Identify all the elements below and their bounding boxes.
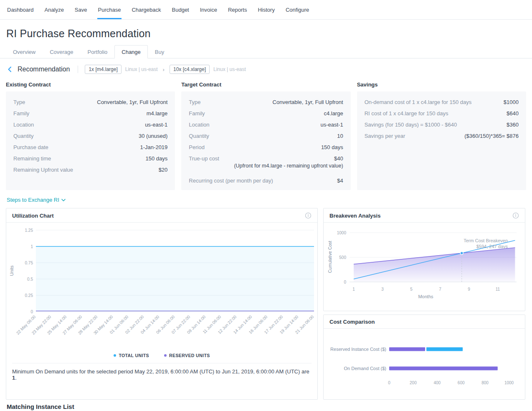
panel-row: Locationus-east-1 bbox=[189, 119, 343, 130]
vertical-divider bbox=[78, 66, 78, 73]
svg-text:5: 5 bbox=[410, 287, 413, 292]
steps-to-exchange-link[interactable]: Steps to Exchange RI bbox=[7, 197, 66, 203]
row-value: c4.large bbox=[324, 110, 343, 117]
panel-row: True-up cost$40 bbox=[189, 153, 343, 164]
top-nav: DashboardAnalyzeSavePurchaseChargebackBu… bbox=[0, 0, 532, 20]
nav-item-analyze[interactable]: Analyze bbox=[39, 0, 69, 19]
svg-text:0.5: 0.5 bbox=[27, 277, 33, 282]
svg-text:200: 200 bbox=[410, 381, 417, 385]
back-button[interactable] bbox=[7, 66, 13, 73]
row-value: $4 bbox=[337, 178, 343, 184]
svg-text:800: 800 bbox=[481, 381, 489, 385]
panel-row: Savings per year($360/150)*365= $876 bbox=[365, 130, 519, 142]
page-header: RI Purchase Recommendation bbox=[0, 20, 532, 40]
breakeven-chart-body: 05001000Term Cost Breakeven$594, 247 day… bbox=[324, 223, 525, 309]
utilization-chart-header: Utilization Chart bbox=[6, 208, 317, 223]
panel-row: Quantity30 (unused) bbox=[13, 130, 167, 142]
nav-item-reports[interactable]: Reports bbox=[223, 0, 253, 19]
row-value: $20 bbox=[159, 167, 168, 173]
arrow-right-icon: › bbox=[163, 66, 165, 73]
breakeven-chart-title: Breakeven Analysis bbox=[329, 213, 380, 219]
svg-text:1000: 1000 bbox=[504, 381, 514, 385]
nav-item-save[interactable]: Save bbox=[69, 0, 93, 19]
svg-text:3: 3 bbox=[381, 287, 384, 292]
row-label: RI cost of 1 x c4.large for 150 days bbox=[365, 110, 448, 117]
nav-item-budget[interactable]: Budget bbox=[167, 0, 195, 19]
nav-item-configure[interactable]: Configure bbox=[280, 0, 314, 19]
nav-item-dashboard[interactable]: Dashboard bbox=[2, 0, 39, 19]
cost-bar-labels: Reserved Instance Cost ($)On Demand Cost… bbox=[330, 347, 386, 371]
svg-text:600: 600 bbox=[458, 381, 465, 385]
cost-bar-segment bbox=[389, 367, 498, 370]
row-value: 150 days bbox=[321, 144, 343, 150]
panel-title: Existing Contract bbox=[6, 81, 175, 88]
row-label: Quantity bbox=[189, 133, 209, 139]
row-label: Location bbox=[13, 122, 34, 128]
row-label: Savings per year bbox=[365, 133, 405, 139]
utilization-y-axis-title: Units bbox=[9, 265, 14, 276]
row-value: 10 bbox=[337, 133, 343, 139]
panel-savings: SavingsOn-demand cost of 1 x c4.large fo… bbox=[357, 81, 526, 190]
tab-coverage[interactable]: Coverage bbox=[43, 45, 80, 58]
row-label: Purchase date bbox=[13, 144, 48, 150]
row-label: Remaining Upfront value bbox=[13, 167, 73, 173]
panel-target-contract: Target ContractTypeConvertable, 1yr, Ful… bbox=[181, 81, 350, 190]
source-instance-badge: 1x [m4.large] bbox=[85, 65, 121, 74]
row-label: Remaining time bbox=[13, 155, 51, 162]
row-note: (Upfront for m4.large - remaining upfron… bbox=[189, 163, 343, 171]
row-value: 150 days bbox=[146, 155, 168, 162]
nav-item-purchase[interactable]: Purchase bbox=[93, 0, 127, 19]
legend-dot bbox=[114, 354, 116, 357]
legend-label: TOTAL UNITS bbox=[119, 353, 149, 358]
row-value: $1000 bbox=[504, 99, 519, 105]
utilization-chart-title: Utilization Chart bbox=[12, 213, 54, 219]
legend-item-total-units: TOTAL UNITS bbox=[114, 353, 149, 358]
svg-text:1.25: 1.25 bbox=[25, 228, 33, 233]
nav-item-invoice[interactable]: Invoice bbox=[195, 0, 223, 19]
chevron-left-icon bbox=[8, 66, 12, 72]
utilization-chart-card: Utilization Chart 00.250.50.7511.2522 Ma… bbox=[6, 208, 318, 400]
panel-row: TypeConvertable, 1yr, Full Upfront bbox=[13, 96, 167, 108]
row-value: m4.large bbox=[147, 110, 168, 117]
cost-comparison-title: Cost Comparison bbox=[329, 319, 375, 325]
panel-existing-contract: Existing ContractTypeConvertable, 1yr, F… bbox=[6, 81, 175, 190]
svg-text:0.25: 0.25 bbox=[25, 293, 33, 298]
tab-change[interactable]: Change bbox=[114, 45, 148, 58]
right-chart-column: Breakeven Analysis 05001000Term Cost Bre… bbox=[323, 208, 525, 400]
svg-text:Reserved Instance Cost ($): Reserved Instance Cost ($) bbox=[330, 347, 386, 352]
breakeven-chart-header: Breakeven Analysis bbox=[324, 208, 525, 223]
nav-item-history[interactable]: History bbox=[252, 0, 280, 19]
tab-buy[interactable]: Buy bbox=[148, 45, 171, 58]
row-value: Convertable, 1yr, Full Upfront bbox=[273, 99, 343, 105]
cost-bar-segment bbox=[426, 348, 463, 351]
svg-text:1000: 1000 bbox=[337, 231, 347, 235]
svg-text:1: 1 bbox=[30, 244, 33, 249]
panel-row: TypeConvertable, 1yr, Full Upfront bbox=[189, 96, 343, 108]
chevron-down-icon bbox=[61, 199, 66, 201]
note-period: . bbox=[15, 375, 17, 381]
info-icon[interactable] bbox=[305, 212, 312, 219]
panel-row: Remaining time150 days bbox=[13, 153, 167, 164]
utilization-chart-body: 00.250.50.7511.2522 May 06:0023 May 22:0… bbox=[6, 223, 317, 350]
cost-comparison-chart: Reserved Instance Cost ($)On Demand Cost… bbox=[325, 330, 523, 396]
cost-bars bbox=[389, 348, 498, 370]
utilization-chart: 00.250.50.7511.2522 May 06:0023 May 22:0… bbox=[8, 223, 316, 349]
panel-body: On-demand cost of 1 x c4.large for 150 d… bbox=[357, 91, 526, 190]
svg-text:0: 0 bbox=[388, 381, 390, 385]
panel-row: RI cost of 1 x c4.large for 150 days$640 bbox=[365, 108, 519, 119]
breakeven-y-axis-labels: 05001000 bbox=[337, 231, 347, 284]
row-label: Location bbox=[189, 122, 209, 128]
utilization-note: Minimum On Demand units for the selected… bbox=[12, 363, 312, 381]
charts-row: Utilization Chart 00.250.50.7511.2522 Ma… bbox=[0, 208, 532, 400]
panel-body: TypeConvertable, 1yr, Full UpfrontFamily… bbox=[6, 91, 175, 190]
legend-item-reserved-units: RESERVED UNITS bbox=[164, 353, 210, 358]
info-icon[interactable] bbox=[512, 212, 519, 219]
tab-portfolio[interactable]: Portfolio bbox=[81, 45, 115, 58]
tab-overview[interactable]: Overview bbox=[6, 45, 43, 58]
cost-comparison-card: Cost Comparison Reserved Instance Cost (… bbox=[323, 315, 525, 400]
nav-item-chargeback[interactable]: Chargeback bbox=[126, 0, 166, 19]
row-value: 30 (unused) bbox=[139, 133, 167, 139]
panel-title: Target Contract bbox=[181, 81, 350, 88]
svg-text:400: 400 bbox=[433, 381, 441, 385]
ri-cost-area bbox=[354, 248, 515, 282]
